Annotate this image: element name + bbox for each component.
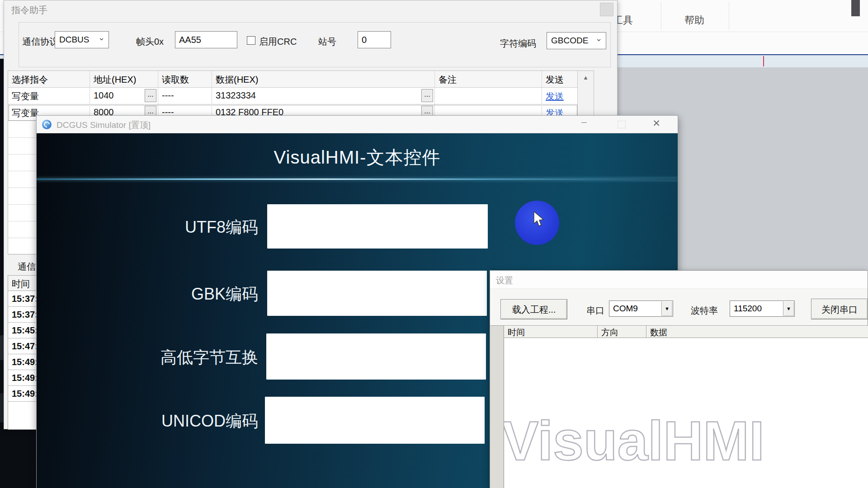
close-serial-button[interactable]: 关闭串口 [811,299,868,319]
docked-panel-handle [851,0,860,16]
menu-help[interactable]: 帮助 [684,14,704,27]
encoding-label: 字符编码 [500,38,536,50]
send-link[interactable]: 发送 [546,91,564,101]
byte-swap-label: 高低字节互换 [91,347,258,369]
settings-window: 设置 载入工程... 串口 COM9 ▼ 波特率 115200 ▼ 关闭串口 时… [490,270,868,488]
unicode-encoding-field[interactable] [265,397,485,444]
heading-divider [37,178,678,180]
header-note: 备注 [435,71,542,87]
simulator-titlebar[interactable]: DCGUS Simulator [置顶] ─ ✕ [37,116,678,133]
dropdown-arrow-icon[interactable]: ▼ [661,301,672,316]
frame-header-input[interactable] [175,31,237,48]
settings-left-margin [490,326,504,488]
station-input[interactable] [358,31,391,48]
log-header-direction: 方向 [598,326,646,338]
header-data: 数据(HEX) [212,71,435,87]
header-read-count: 读取数 [158,71,212,87]
window-corner-button[interactable] [600,3,613,16]
protocol-combobox[interactable]: DCBUS ⌄ [55,31,109,48]
header-address: 地址(HEX) [90,71,158,87]
watermark-text: VisualHMI [504,409,764,473]
protocol-label: 通信协议 [22,36,58,48]
cell-command: 写变量 [8,88,90,104]
ruler-marker [763,56,764,66]
station-label: 站号 [318,36,336,48]
dropdown-arrow-icon[interactable]: ▼ [783,301,794,316]
menu-separator [661,2,661,30]
header-send: 发送 [542,71,578,87]
app-icon [42,120,52,129]
baud-rate-value: 115200 [734,304,762,314]
minimize-button[interactable]: ─ [577,118,591,130]
table-header-row: 选择指令地址(HEX)读取数数据(HEX)备注发送 [8,71,578,88]
window-title: 指令助手 [11,4,47,16]
unicode-label: UNICOD编码 [91,410,258,432]
serial-port-value: COM9 [613,304,638,314]
load-project-button[interactable]: 载入工程... [500,299,567,319]
log-header-data: 数据 [646,326,868,338]
serial-port-combobox[interactable]: COM9 ▼ [609,300,673,317]
comm-group-label: 通信 [18,261,36,273]
close-icon[interactable]: ✕ [650,118,663,131]
baud-rate-label: 波特率 [691,305,718,317]
utf8-label: UTF8编码 [91,216,258,239]
ellipsis-button[interactable]: ... [421,89,433,102]
serial-log-list: 时间 方向 数据 VisualHMI [504,326,868,488]
frame-header-label: 帧头0x [136,36,164,48]
cell-note [435,88,542,104]
protocol-value: DCBUS [59,35,90,45]
crc-label: 启用CRC [259,36,297,48]
mouse-cursor-icon [533,211,545,228]
encoding-combobox[interactable]: GBCODE ⌄ [547,32,606,49]
data-value: 31323334 [216,90,256,100]
gbk-encoding-field[interactable] [267,271,487,316]
scroll-up-icon[interactable]: ▲ [578,71,594,84]
desktop: 工具 帮助 指令助手 通信协议 DCBUS ⌄ 帧头0x 启用CRC 站号 字符… [0,0,868,488]
settings-titlebar[interactable]: 设置 [490,271,868,289]
byte-swap-field[interactable] [266,333,486,380]
settings-toolbar: 载入工程... 串口 COM9 ▼ 波特率 115200 ▼ 关闭串口 [490,289,868,326]
header-select-command: 选择指令 [8,71,90,87]
crc-checkbox[interactable] [247,36,255,45]
encoding-value: GBCODE [551,36,588,46]
cell-address: 1040... [90,88,158,104]
window-title: DCGUS Simulator [置顶] [57,119,151,131]
chevron-down-icon: ⌄ [595,33,602,43]
page-title: VisualHMI-文本控件 [37,145,678,170]
log-header-time: 时间 [504,326,598,338]
menu-separator [729,2,729,30]
baud-rate-combobox[interactable]: 115200 ▼ [730,300,795,317]
cell-read-count: ---- [158,88,212,104]
app-icon-swirl [42,120,51,128]
ellipsis-button[interactable]: ... [145,89,156,102]
address-value: 1040 [94,90,114,100]
table-row[interactable]: 写变量1040...----31323334...发送 [8,88,578,104]
utf8-encoding-field[interactable] [267,204,488,249]
chevron-down-icon: ⌄ [98,33,105,42]
window-title: 设置 [496,275,513,286]
maximize-button[interactable] [618,121,626,128]
gbk-label: GBK编码 [91,283,258,305]
cell-send: 发送 [542,88,578,104]
cell-data: 31323334... [212,88,435,104]
serial-port-label: 串口 [586,305,604,317]
